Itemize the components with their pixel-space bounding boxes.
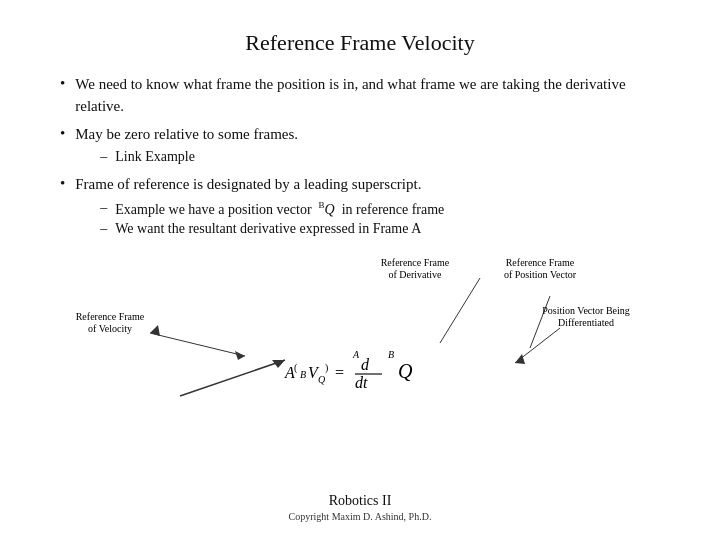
svg-text:Reference Frame: Reference Frame bbox=[76, 311, 145, 322]
bullet-text: May be zero relative to some frames. bbox=[75, 126, 298, 142]
sub-dash: – bbox=[100, 149, 107, 165]
bullet-text: Frame of reference is designated by a le… bbox=[75, 176, 421, 192]
footer: Robotics II Copyright Maxim D. Ashind, P… bbox=[0, 493, 720, 522]
sub-bullet-text: We want the resultant derivative express… bbox=[115, 221, 421, 237]
bullet-dot: • bbox=[60, 175, 65, 192]
bullet-dot: • bbox=[60, 75, 65, 92]
list-item: • We need to know what frame the positio… bbox=[60, 74, 670, 118]
svg-line-0 bbox=[440, 278, 480, 343]
page-title: Reference Frame Velocity bbox=[50, 30, 670, 56]
svg-text:Q: Q bbox=[318, 374, 326, 385]
bullet-list: • We need to know what frame the positio… bbox=[60, 74, 670, 240]
svg-text:Position Vector Being: Position Vector Being bbox=[542, 305, 630, 316]
svg-text:of Position Vector: of Position Vector bbox=[504, 269, 577, 280]
list-item: – We want the resultant derivative expre… bbox=[100, 221, 444, 237]
equation-diagram: A ( B V Q ) = A d dt B Q Reference Frame… bbox=[50, 248, 670, 433]
svg-text:(: ( bbox=[294, 362, 298, 374]
footer-title: Robotics II bbox=[0, 493, 720, 509]
list-item: • May be zero relative to some frames. –… bbox=[60, 124, 670, 169]
diagram-area: A ( B V Q ) = A d dt B Q Reference Frame… bbox=[50, 248, 670, 433]
svg-text:dt: dt bbox=[355, 374, 368, 391]
sub-bullet-list: – Example we have a position vector BQ i… bbox=[100, 200, 444, 237]
list-item: – Example we have a position vector BQ i… bbox=[100, 200, 444, 218]
svg-text:=: = bbox=[335, 364, 344, 381]
svg-line-2 bbox=[150, 333, 245, 356]
slide: Reference Frame Velocity • We need to kn… bbox=[0, 0, 720, 540]
svg-text:of Derivative: of Derivative bbox=[388, 269, 442, 280]
footer-copyright: Copyright Maxim D. Ashind, Ph.D. bbox=[0, 511, 720, 522]
svg-marker-5 bbox=[515, 354, 525, 364]
svg-text:of Velocity: of Velocity bbox=[88, 323, 132, 334]
svg-text:A: A bbox=[352, 349, 360, 360]
bullet-text: We need to know what frame the position … bbox=[75, 74, 670, 118]
sub-dash: – bbox=[100, 200, 107, 216]
svg-text:Reference Frame: Reference Frame bbox=[381, 257, 450, 268]
svg-line-1 bbox=[530, 296, 550, 348]
sub-dash: – bbox=[100, 221, 107, 237]
svg-text:Q: Q bbox=[398, 360, 413, 382]
svg-text:): ) bbox=[325, 362, 328, 374]
svg-text:B: B bbox=[388, 349, 394, 360]
svg-text:B: B bbox=[300, 369, 306, 380]
list-item: – Link Example bbox=[100, 149, 298, 165]
sub-bullet-text: Example we have a position vector BQ in … bbox=[115, 200, 444, 218]
bullet-dot: • bbox=[60, 125, 65, 142]
svg-text:Reference Frame: Reference Frame bbox=[506, 257, 575, 268]
svg-text:Differentiated: Differentiated bbox=[558, 317, 614, 328]
svg-marker-6 bbox=[150, 325, 160, 336]
sub-bullet-text: Link Example bbox=[115, 149, 195, 165]
svg-marker-3 bbox=[235, 351, 245, 360]
svg-text:d: d bbox=[361, 356, 370, 373]
sub-bullet-list: – Link Example bbox=[100, 149, 298, 165]
svg-line-7 bbox=[180, 360, 285, 396]
list-item: • Frame of reference is designated by a … bbox=[60, 174, 670, 239]
